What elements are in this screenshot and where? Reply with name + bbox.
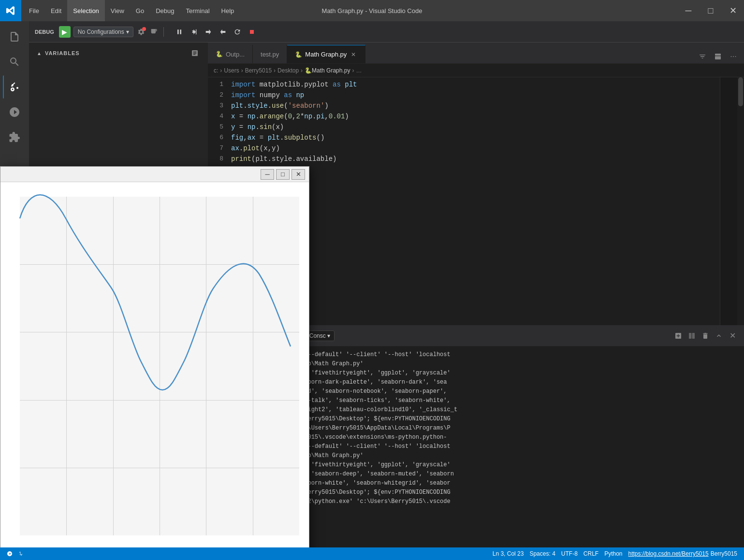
mathgraph-tab-icon: 🐍 <box>295 51 302 58</box>
status-ln-col[interactable]: Ln 3, Col 23 <box>490 550 527 557</box>
tabs-overflow-actions: ··· <box>696 50 744 63</box>
output-tab-icon: 🐍 <box>216 51 223 57</box>
step-into-button[interactable] <box>202 25 215 39</box>
svg-rect-0 <box>715 54 721 56</box>
activity-explorer[interactable] <box>3 25 26 48</box>
debug-controls <box>173 25 259 39</box>
split-editor-button[interactable] <box>696 50 709 63</box>
status-feedback[interactable]: https://blog.csdn.net/Berry5015 Berry501… <box>626 550 740 557</box>
line-number: 7 <box>208 143 231 154</box>
terminal-close-button[interactable]: ✕ <box>727 330 738 342</box>
breadcrumb-c[interactable]: c: <box>214 67 218 74</box>
activity-search[interactable] <box>3 50 26 73</box>
menu-view[interactable]: View <box>105 0 130 21</box>
status-encoding[interactable]: UTF-8 <box>558 550 581 557</box>
line-number: 5 <box>208 122 231 132</box>
matplotlib-minimize[interactable]: ─ <box>261 169 274 180</box>
activity-extensions[interactable] <box>3 126 26 149</box>
menu-selection[interactable]: Selection <box>67 0 104 21</box>
debug-play-button[interactable]: ▶ <box>59 26 71 38</box>
code-line: 7ax.plot(x,y) <box>208 143 744 154</box>
terminal-split-button[interactable] <box>686 330 698 342</box>
matplotlib-close[interactable]: ✕ <box>292 169 305 180</box>
debug-terminal-button[interactable] <box>149 27 159 37</box>
toggle-panel-button[interactable] <box>711 50 725 63</box>
plot-area <box>20 197 299 535</box>
restart-button[interactable] <box>231 25 244 39</box>
code-line: 8print(plt.style.available) <box>208 154 744 164</box>
window-title: Math Graph.py - Visual Studio Code <box>322 7 423 14</box>
status-debug[interactable] <box>4 547 15 560</box>
line-content: print(plt.style.available) <box>231 154 336 164</box>
terminal-trash-button[interactable] <box>700 330 711 342</box>
breadcrumb-more[interactable]: … <box>356 67 362 74</box>
code-content: 1import matplotlib.pyplot as plt2import … <box>208 77 744 177</box>
close-button[interactable]: ✕ <box>722 0 744 21</box>
code-line: 6fig,ax = plt.subplots() <box>208 132 744 143</box>
menu-bar: File Edit Selection View Go Debug Termin… <box>21 0 240 21</box>
tab-testpy[interactable]: test.py <box>253 45 287 63</box>
window-controls: ─ □ ✕ <box>677 0 744 21</box>
line-content: ax.plot(x,y) <box>231 143 280 154</box>
line-content: x = np.arange(0,2*np.pi,0.01) <box>231 111 349 122</box>
matplotlib-maximize[interactable]: □ <box>276 169 290 180</box>
variables-title: VARIABLES <box>45 50 80 56</box>
menu-file[interactable]: File <box>23 0 45 21</box>
minimize-button[interactable]: ─ <box>677 0 700 21</box>
tab-output[interactable]: 🐍 Outp... <box>208 45 253 63</box>
mathgraph-tab-close[interactable]: ✕ <box>350 51 357 58</box>
svg-rect-1 <box>715 56 721 59</box>
terminal-new-button[interactable] <box>672 330 684 342</box>
terminal-maximize-button[interactable] <box>713 330 725 342</box>
line-number: 3 <box>208 101 231 111</box>
status-link[interactable]: https://blog.csdn.net/Berry5015 <box>628 550 709 557</box>
activity-run[interactable] <box>3 101 26 124</box>
activity-source-control[interactable] <box>3 75 26 99</box>
debug-config-dropdown[interactable]: No Configurations ▾ <box>73 27 133 37</box>
matplotlib-titlebar: ─ □ ✕ <box>0 167 309 182</box>
status-source-control[interactable] <box>15 547 27 560</box>
code-line: 1import matplotlib.pyplot as plt <box>208 79 744 90</box>
breadcrumb-users[interactable]: Users <box>224 67 239 74</box>
sine-curve <box>20 197 299 535</box>
scrollbar-track[interactable] <box>737 77 744 338</box>
breadcrumb-file[interactable]: Math Graph.py <box>312 67 350 74</box>
more-actions-button[interactable]: ··· <box>727 50 740 63</box>
stop-button[interactable] <box>245 25 259 39</box>
menu-edit[interactable]: Edit <box>45 0 67 21</box>
step-over-button[interactable] <box>187 25 201 39</box>
breadcrumb-user[interactable]: Berry5015 <box>245 67 272 74</box>
code-line: 4x = np.arange(0,2*np.pi,0.01) <box>208 111 744 122</box>
menu-debug[interactable]: Debug <box>150 0 180 21</box>
menu-go[interactable]: Go <box>130 0 150 21</box>
tab-mathgraph[interactable]: 🐍 Math Graph.py ✕ <box>287 45 365 63</box>
status-user: Berry5015 <box>711 550 737 557</box>
status-language[interactable]: Python <box>601 550 625 557</box>
debug-gear-button[interactable] <box>136 27 146 37</box>
pause-button[interactable] <box>173 25 186 39</box>
step-out-button[interactable] <box>216 25 230 39</box>
line-number: 2 <box>208 90 231 101</box>
svg-rect-3 <box>692 333 695 339</box>
line-number: 8 <box>208 154 231 164</box>
divider <box>163 27 164 37</box>
status-spaces[interactable]: Spaces: 4 <box>526 550 558 557</box>
maximize-button[interactable]: □ <box>700 0 722 21</box>
terminal-actions: ✕ <box>672 330 738 342</box>
line-content: y = np.sin(x) <box>231 122 284 132</box>
line-content: import numpy as np <box>231 90 304 101</box>
matplotlib-window: ─ □ ✕ <box>0 166 309 560</box>
menu-terminal[interactable]: Terminal <box>180 0 215 21</box>
variables-action-button[interactable] <box>190 48 200 58</box>
matplotlib-content <box>0 182 309 560</box>
mathgraph-tab-label: Math Graph.py <box>305 51 347 58</box>
menu-help[interactable]: Help <box>216 0 240 21</box>
scrollbar-thumb[interactable] <box>738 77 743 106</box>
line-number: 6 <box>208 132 231 143</box>
breadcrumb-python-icon: 🐍 <box>305 67 312 74</box>
breadcrumb-desktop[interactable]: Desktop <box>277 67 299 74</box>
variables-collapse-icon[interactable]: ▲ <box>37 51 42 56</box>
status-line-ending[interactable]: CRLF <box>581 550 601 557</box>
line-content: import matplotlib.pyplot as plt <box>231 79 357 90</box>
tabs-bar: 🐍 Outp... test.py 🐍 Math Graph.py ✕ ··· <box>208 43 744 64</box>
